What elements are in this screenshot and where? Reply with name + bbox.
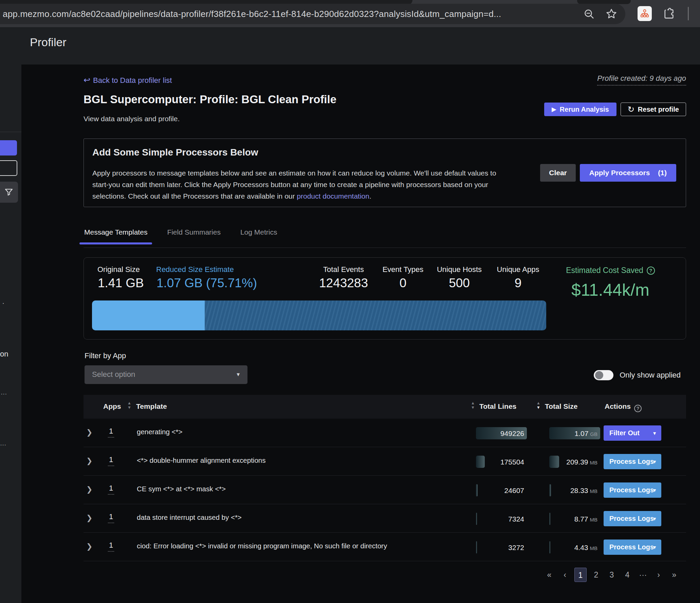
sidebar-outline-button-fragment[interactable] [0,160,17,176]
total-lines-cell: 7324 [476,513,527,525]
total-lines-cell: 24607 [476,484,527,496]
chevron-down-icon: ▼ [652,431,657,436]
total-lines-cell: 175504 [476,456,527,468]
expand-row-icon[interactable]: ❯ [86,514,92,523]
template-text: <*> double-hummer alignment exceptions [137,456,265,464]
pagination: « ‹ 1 2 3 4 ··· › » [541,568,682,582]
apps-count-link[interactable]: 1 [108,512,114,523]
tab-log-metrics[interactable]: Log Metrics [240,228,277,244]
sidebar-divider [0,132,21,132]
pagination-ellipsis[interactable]: ··· [635,570,651,580]
stats-card: Original Size 1.41 GB Reduced Size Estim… [84,257,686,340]
total-size-cell: 1.07GB [549,427,600,439]
expand-row-icon[interactable]: ❯ [86,428,92,437]
chevron-down-icon: ▼ [652,545,657,550]
apply-processors-button[interactable]: Apply Processors(1) [580,164,676,182]
total-size-cell: 209.39MB [549,456,600,468]
pagination-prev[interactable]: ‹ [557,570,573,580]
page-background: Profiler · on ... ... ↩Back to Data prof… [0,27,700,603]
row-action-button[interactable]: Filter Out▼ [604,425,661,441]
col-template: Template [136,402,167,410]
apps-count-link[interactable]: 1 [108,484,114,495]
sort-total-lines-icon[interactable]: ▲▼ [471,401,475,410]
only-show-applied-toggle[interactable] [594,370,613,380]
col-apps: Apps [103,402,121,410]
lines-value: 24607 [504,487,524,495]
apps-count-link[interactable]: 1 [108,427,114,438]
total-size-cell: 28.33MB [549,484,600,496]
total-lines-cell: 3272 [476,541,527,553]
total-lines-cell: 949226 [476,427,527,439]
page-title: Profiler [30,36,67,49]
size-value: 209.39MB [566,458,597,466]
help-icon[interactable]: ? [647,267,655,275]
size-bar [549,484,551,496]
size-reduction-bar [92,300,546,330]
tabs-divider [84,248,686,248]
tab-bar: Message Templates Field Summaries Log Me… [84,228,277,244]
expand-row-icon[interactable]: ❯ [86,457,92,465]
pagination-last[interactable]: » [666,570,682,580]
pagination-page-3[interactable]: 3 [604,570,620,580]
cost-saved-label: Estimated Cost Saved? [566,266,655,275]
lines-value: 3272 [508,544,524,552]
pipeline-extension-icon[interactable] [638,6,652,21]
expand-row-icon[interactable]: ❯ [86,542,92,551]
back-link[interactable]: ↩Back to Data profiler list [84,75,172,85]
tab-field-summaries[interactable]: Field Summaries [167,228,221,244]
sort-total-size-icon[interactable]: ▲▼ [536,401,541,410]
unique-apps-label: Unique Apps [497,265,539,274]
unique-hosts-value: 500 [449,276,470,290]
apply-count: (1) [658,169,667,177]
event-types-label: Event Types [383,265,424,274]
lines-bar [476,484,478,496]
toggle-knob [595,371,603,379]
chevron-down-icon: ▼ [236,371,241,377]
url-bar[interactable]: app.mezmo.com/ac8e02caad/pipelines/data-… [0,4,625,24]
product-documentation-link[interactable]: product documentation [297,192,369,200]
tab-message-templates[interactable]: Message Templates [84,228,147,244]
apps-count-link[interactable]: 1 [108,455,114,466]
template-text: ciod: Error loading <*> invalid or missi… [137,542,387,550]
row-action-button[interactable]: Process Logs▼ [604,540,661,555]
pagination-page-2[interactable]: 2 [588,570,604,580]
sidebar-filter-button[interactable] [0,182,18,203]
reset-profile-button[interactable]: ↻ Reset profile [621,103,686,116]
expand-row-icon[interactable]: ❯ [86,485,92,494]
sort-template-icon[interactable]: ▲▼ [127,401,132,410]
row-action-button[interactable]: Process Logs▼ [604,482,661,498]
extensions-puzzle-icon[interactable] [662,7,676,21]
filter-by-app-label: Filter by App [85,351,126,360]
url-text[interactable]: app.mezmo.com/ac8e02caad/pipelines/data-… [3,9,501,19]
pagination-next[interactable]: › [651,570,666,580]
lines-value: 7324 [508,515,524,523]
reduced-size-segment [205,300,546,330]
clear-button[interactable]: Clear [540,164,576,182]
apps-count-link[interactable]: 1 [108,541,114,552]
chevron-down-icon: ▼ [652,459,657,464]
table-row: ❯ 1 data store interrupt caused by <*> 7… [84,504,686,533]
reduced-size-label: Reduced Size Estimate [156,265,234,274]
pagination-page-4[interactable]: 4 [620,570,635,580]
row-action-button[interactable]: Process Logs▼ [604,454,661,469]
unique-hosts-label: Unique Hosts [437,265,482,274]
pagination-first[interactable]: « [541,570,557,580]
profiler-panel: ↩Back to Data profiler list Profile crea… [21,65,700,603]
bookmark-star-icon[interactable] [605,7,618,20]
row-action-button[interactable]: Process Logs▼ [604,511,661,526]
play-icon: ▶ [552,106,556,113]
table-row: ❯ 1 <*> double-hummer alignment exceptio… [84,447,686,476]
app-filter-select[interactable]: Select option ▼ [85,365,247,384]
size-bar [549,456,559,468]
sidebar-primary-button-fragment[interactable] [0,140,17,156]
template-text: CE sym <*> at <*> mask <*> [137,485,226,493]
size-value: 28.33MB [570,487,597,495]
pagination-page-1[interactable]: 1 [574,568,587,582]
rerun-analysis-button[interactable]: ▶ Rerun Analysis [544,103,616,116]
processors-info-box: Add Some Simple Processors Below Apply p… [84,139,686,207]
lines-bar [476,513,477,525]
zoom-out-icon[interactable] [583,8,595,20]
lines-value: 949226 [500,430,524,438]
col-actions: Actions? [605,402,642,412]
actions-help-icon[interactable]: ? [634,405,642,412]
